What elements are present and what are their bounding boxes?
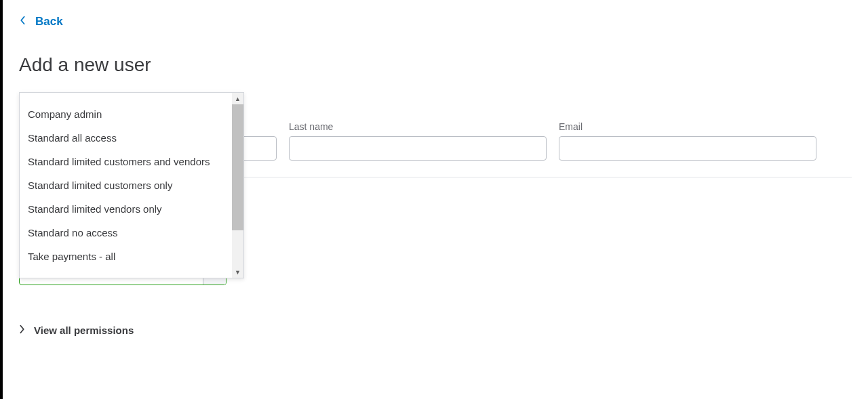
role-option[interactable]: Standard all access: [20, 126, 232, 150]
role-dropdown: Company admin Standard all access Standa…: [19, 92, 244, 278]
chevron-right-icon: [19, 324, 26, 336]
page-title: Add a new user: [19, 54, 852, 76]
dropdown-scrollbar[interactable]: ▲ ▼: [232, 93, 243, 278]
role-dropdown-list: Company admin Standard all access Standa…: [20, 93, 232, 278]
scroll-track[interactable]: [232, 104, 243, 266]
role-option[interactable]: Standard no access: [20, 221, 232, 245]
chevron-left-icon: [19, 15, 26, 28]
role-option[interactable]: Company admin: [20, 102, 232, 126]
scroll-up-arrow-icon[interactable]: ▲: [232, 93, 243, 104]
back-button[interactable]: Back: [19, 15, 63, 28]
scroll-down-arrow-icon[interactable]: ▼: [232, 266, 243, 278]
scroll-thumb[interactable]: [232, 104, 243, 230]
back-label: Back: [35, 15, 63, 28]
role-option[interactable]: Standard limited customers and vendors: [20, 150, 232, 173]
email-label: Email: [559, 121, 816, 132]
last-name-input[interactable]: [289, 136, 547, 161]
role-option[interactable]: Standard limited vendors only: [20, 197, 232, 221]
email-input[interactable]: [559, 136, 816, 161]
role-option[interactable]: Take payments - all: [20, 245, 232, 268]
view-all-permissions-toggle[interactable]: View all permissions: [19, 324, 134, 336]
role-option[interactable]: Standard limited customers only: [20, 173, 232, 197]
view-all-permissions-label: View all permissions: [34, 324, 134, 336]
last-name-label: Last name: [289, 121, 547, 132]
